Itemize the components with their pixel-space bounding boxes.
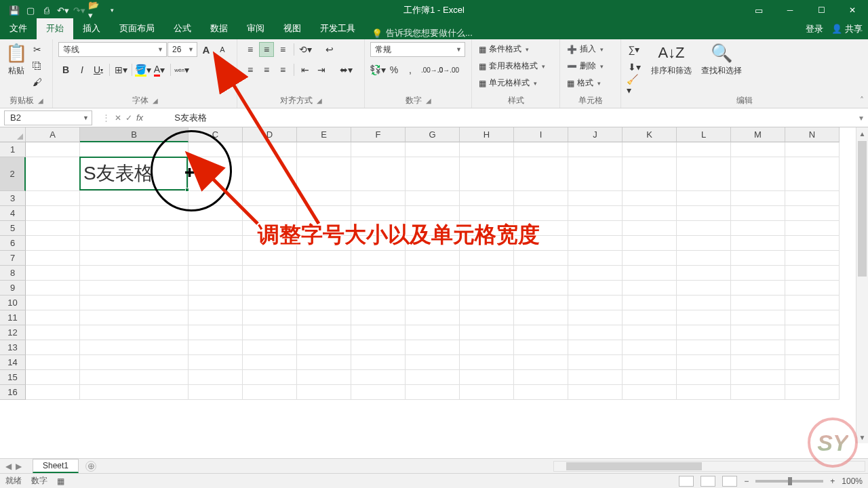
redo-icon[interactable]: ↷▾	[72, 3, 87, 18]
cell[interactable]	[677, 191, 731, 206]
zoom-slider[interactable]	[755, 480, 823, 483]
cell[interactable]	[731, 157, 785, 191]
close-button[interactable]: ✕	[837, 0, 868, 20]
cell[interactable]	[514, 370, 568, 385]
tab-insert[interactable]: 插入	[73, 18, 110, 39]
cell[interactable]	[297, 370, 351, 385]
copy-icon[interactable]: ⿻	[30, 58, 45, 73]
cell[interactable]	[189, 325, 243, 340]
cell[interactable]	[460, 340, 514, 355]
tab-file[interactable]: 文件	[0, 18, 37, 39]
cell[interactable]	[731, 281, 785, 296]
cell[interactable]	[785, 340, 840, 355]
row-header[interactable]: 1	[0, 142, 26, 157]
cell[interactable]	[623, 191, 677, 206]
cell-styles-button[interactable]: ▦单元格样式▾	[477, 76, 538, 90]
cell[interactable]	[80, 310, 189, 325]
decrease-indent-button[interactable]: ⇤	[298, 62, 313, 77]
cell[interactable]	[189, 251, 243, 266]
cell[interactable]	[80, 236, 189, 251]
cell[interactable]	[568, 355, 623, 370]
cell[interactable]	[351, 236, 406, 251]
cell[interactable]	[785, 142, 840, 157]
sort-filter-button[interactable]: A↓Z排序和筛选	[651, 42, 692, 77]
save-icon[interactable]: 💾	[7, 3, 22, 18]
zoom-in-button[interactable]: +	[830, 476, 835, 486]
cell[interactable]	[677, 385, 731, 400]
cell[interactable]	[80, 340, 189, 355]
add-sheet-button[interactable]: ⊕	[85, 461, 96, 472]
col-header[interactable]: N	[785, 127, 840, 142]
cell[interactable]	[26, 206, 80, 221]
row-header[interactable]: 13	[0, 340, 26, 355]
phonetic-button[interactable]: wén▾	[174, 62, 189, 77]
login-link[interactable]: 登录	[806, 23, 823, 35]
clear-button[interactable]: 🧹▾	[627, 77, 642, 92]
cell[interactable]	[297, 355, 351, 370]
cell[interactable]	[243, 281, 297, 296]
tab-formulas[interactable]: 公式	[164, 18, 201, 39]
row-header[interactable]: 8	[0, 266, 26, 281]
cell[interactable]	[26, 310, 80, 325]
cell[interactable]	[514, 191, 568, 206]
wrap-text-button[interactable]: ↩	[322, 42, 337, 57]
cell[interactable]	[623, 266, 677, 281]
cell[interactable]	[297, 310, 351, 325]
cell[interactable]	[460, 191, 514, 206]
col-header[interactable]: H	[460, 127, 514, 142]
cell[interactable]	[297, 296, 351, 310]
underline-button[interactable]: U ▾	[91, 62, 106, 77]
cell[interactable]	[785, 157, 840, 191]
font-launcher-icon[interactable]: ◢	[153, 97, 158, 104]
paste-button[interactable]: 📋 粘贴	[5, 42, 27, 77]
format-cells-button[interactable]: ▦格式▾	[566, 76, 602, 90]
cell[interactable]	[785, 385, 840, 400]
cell[interactable]	[514, 296, 568, 310]
cell[interactable]	[189, 236, 243, 251]
new-icon[interactable]: ▢	[23, 3, 38, 18]
cell[interactable]	[351, 355, 406, 370]
cell[interactable]	[514, 157, 568, 191]
cell[interactable]	[677, 251, 731, 266]
cell[interactable]	[677, 310, 731, 325]
cell[interactable]	[785, 221, 840, 236]
scroll-down-icon[interactable]: ▼	[856, 431, 868, 443]
cell[interactable]	[568, 206, 623, 221]
cell[interactable]	[785, 296, 840, 310]
cell[interactable]	[460, 325, 514, 340]
col-header[interactable]: C	[189, 127, 243, 142]
cell[interactable]	[460, 236, 514, 251]
align-top-button[interactable]: ≡	[243, 42, 258, 57]
cell[interactable]	[623, 281, 677, 296]
cell[interactable]	[460, 142, 514, 157]
cell[interactable]	[189, 340, 243, 355]
cell[interactable]	[189, 310, 243, 325]
cell[interactable]	[568, 281, 623, 296]
cell[interactable]	[80, 221, 189, 236]
cell[interactable]	[677, 266, 731, 281]
cell[interactable]	[243, 221, 297, 236]
cell[interactable]	[785, 325, 840, 340]
cell[interactable]	[677, 142, 731, 157]
cell[interactable]	[623, 206, 677, 221]
tab-home[interactable]: 开始	[37, 18, 73, 39]
cell[interactable]	[80, 325, 189, 340]
cancel-formula-icon[interactable]: ✕	[115, 113, 121, 123]
cell[interactable]	[351, 296, 406, 310]
cell[interactable]	[731, 142, 785, 157]
col-header[interactable]: M	[731, 127, 785, 142]
cell[interactable]	[460, 355, 514, 370]
cell[interactable]	[731, 266, 785, 281]
hscroll-thumb[interactable]	[566, 462, 702, 470]
col-header[interactable]: F	[351, 127, 406, 142]
cell[interactable]	[514, 385, 568, 400]
align-center-button[interactable]: ≡	[259, 62, 274, 77]
cell[interactable]	[297, 266, 351, 281]
row-header[interactable]: 15	[0, 370, 26, 385]
cell[interactable]	[677, 370, 731, 385]
cell[interactable]	[243, 191, 297, 206]
cell[interactable]	[514, 310, 568, 325]
cell[interactable]	[26, 340, 80, 355]
cell[interactable]	[189, 370, 243, 385]
cell[interactable]	[623, 355, 677, 370]
